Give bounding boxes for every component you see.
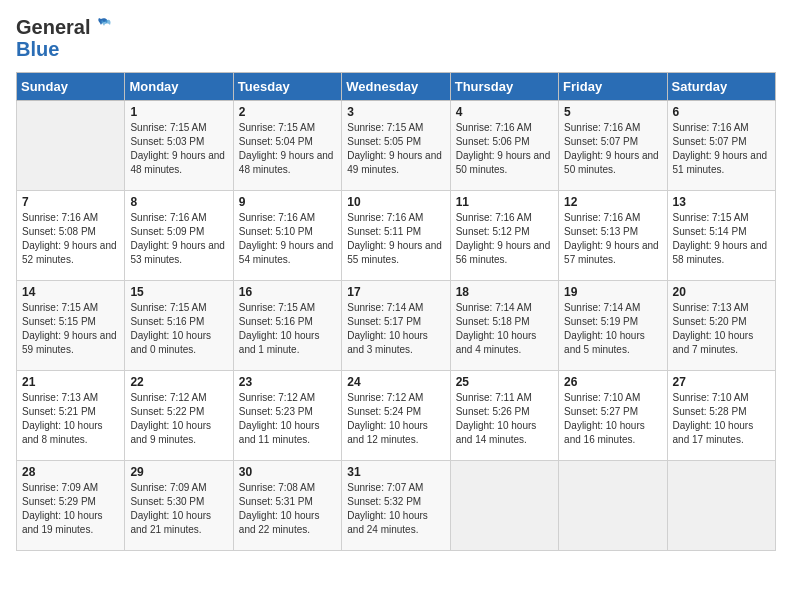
day-number: 25 (456, 375, 553, 389)
calendar-cell: 4Sunrise: 7:16 AMSunset: 5:06 PMDaylight… (450, 101, 558, 191)
calendar-cell: 7Sunrise: 7:16 AMSunset: 5:08 PMDaylight… (17, 191, 125, 281)
calendar-cell: 27Sunrise: 7:10 AMSunset: 5:28 PMDayligh… (667, 371, 775, 461)
day-number: 16 (239, 285, 336, 299)
day-number: 28 (22, 465, 119, 479)
calendar-table: Sunday Monday Tuesday Wednesday Thursday… (16, 72, 776, 551)
cell-sun-info: Sunrise: 7:16 AMSunset: 5:08 PMDaylight:… (22, 211, 119, 267)
calendar-cell: 1Sunrise: 7:15 AMSunset: 5:03 PMDaylight… (125, 101, 233, 191)
logo-blue-text: Blue (16, 38, 59, 60)
cell-sun-info: Sunrise: 7:16 AMSunset: 5:10 PMDaylight:… (239, 211, 336, 267)
cell-sun-info: Sunrise: 7:16 AMSunset: 5:11 PMDaylight:… (347, 211, 444, 267)
cell-sun-info: Sunrise: 7:16 AMSunset: 5:09 PMDaylight:… (130, 211, 227, 267)
day-number: 3 (347, 105, 444, 119)
calendar-cell: 13Sunrise: 7:15 AMSunset: 5:14 PMDayligh… (667, 191, 775, 281)
cell-sun-info: Sunrise: 7:14 AMSunset: 5:18 PMDaylight:… (456, 301, 553, 357)
day-number: 17 (347, 285, 444, 299)
calendar-week-3: 14Sunrise: 7:15 AMSunset: 5:15 PMDayligh… (17, 281, 776, 371)
day-number: 14 (22, 285, 119, 299)
calendar-cell: 20Sunrise: 7:13 AMSunset: 5:20 PMDayligh… (667, 281, 775, 371)
header-wednesday: Wednesday (342, 73, 450, 101)
cell-sun-info: Sunrise: 7:09 AMSunset: 5:29 PMDaylight:… (22, 481, 119, 537)
day-number: 22 (130, 375, 227, 389)
day-number: 24 (347, 375, 444, 389)
cell-sun-info: Sunrise: 7:15 AMSunset: 5:15 PMDaylight:… (22, 301, 119, 357)
day-number: 1 (130, 105, 227, 119)
day-number: 20 (673, 285, 770, 299)
cell-sun-info: Sunrise: 7:16 AMSunset: 5:07 PMDaylight:… (673, 121, 770, 177)
day-number: 11 (456, 195, 553, 209)
cell-sun-info: Sunrise: 7:08 AMSunset: 5:31 PMDaylight:… (239, 481, 336, 537)
calendar-cell: 16Sunrise: 7:15 AMSunset: 5:16 PMDayligh… (233, 281, 341, 371)
cell-sun-info: Sunrise: 7:12 AMSunset: 5:23 PMDaylight:… (239, 391, 336, 447)
day-number: 30 (239, 465, 336, 479)
cell-sun-info: Sunrise: 7:15 AMSunset: 5:03 PMDaylight:… (130, 121, 227, 177)
day-number: 31 (347, 465, 444, 479)
header-thursday: Thursday (450, 73, 558, 101)
cell-sun-info: Sunrise: 7:07 AMSunset: 5:32 PMDaylight:… (347, 481, 444, 537)
calendar-cell (450, 461, 558, 551)
calendar-cell: 2Sunrise: 7:15 AMSunset: 5:04 PMDaylight… (233, 101, 341, 191)
day-number: 26 (564, 375, 661, 389)
header-tuesday: Tuesday (233, 73, 341, 101)
cell-sun-info: Sunrise: 7:16 AMSunset: 5:13 PMDaylight:… (564, 211, 661, 267)
cell-sun-info: Sunrise: 7:09 AMSunset: 5:30 PMDaylight:… (130, 481, 227, 537)
day-number: 7 (22, 195, 119, 209)
cell-sun-info: Sunrise: 7:16 AMSunset: 5:12 PMDaylight:… (456, 211, 553, 267)
cell-sun-info: Sunrise: 7:14 AMSunset: 5:19 PMDaylight:… (564, 301, 661, 357)
calendar-cell: 19Sunrise: 7:14 AMSunset: 5:19 PMDayligh… (559, 281, 667, 371)
page-header: General Blue (16, 16, 776, 60)
cell-sun-info: Sunrise: 7:13 AMSunset: 5:20 PMDaylight:… (673, 301, 770, 357)
calendar-cell: 24Sunrise: 7:12 AMSunset: 5:24 PMDayligh… (342, 371, 450, 461)
cell-sun-info: Sunrise: 7:13 AMSunset: 5:21 PMDaylight:… (22, 391, 119, 447)
day-number: 21 (22, 375, 119, 389)
calendar-cell: 12Sunrise: 7:16 AMSunset: 5:13 PMDayligh… (559, 191, 667, 281)
day-number: 9 (239, 195, 336, 209)
logo: General Blue (16, 16, 112, 60)
calendar-cell: 11Sunrise: 7:16 AMSunset: 5:12 PMDayligh… (450, 191, 558, 281)
calendar-cell: 18Sunrise: 7:14 AMSunset: 5:18 PMDayligh… (450, 281, 558, 371)
calendar-cell: 26Sunrise: 7:10 AMSunset: 5:27 PMDayligh… (559, 371, 667, 461)
day-number: 15 (130, 285, 227, 299)
calendar-cell: 17Sunrise: 7:14 AMSunset: 5:17 PMDayligh… (342, 281, 450, 371)
day-number: 18 (456, 285, 553, 299)
calendar-cell (17, 101, 125, 191)
calendar-cell: 3Sunrise: 7:15 AMSunset: 5:05 PMDaylight… (342, 101, 450, 191)
calendar-cell (667, 461, 775, 551)
calendar-cell: 15Sunrise: 7:15 AMSunset: 5:16 PMDayligh… (125, 281, 233, 371)
cell-sun-info: Sunrise: 7:11 AMSunset: 5:26 PMDaylight:… (456, 391, 553, 447)
calendar-week-5: 28Sunrise: 7:09 AMSunset: 5:29 PMDayligh… (17, 461, 776, 551)
header-monday: Monday (125, 73, 233, 101)
cell-sun-info: Sunrise: 7:15 AMSunset: 5:04 PMDaylight:… (239, 121, 336, 177)
cell-sun-info: Sunrise: 7:12 AMSunset: 5:24 PMDaylight:… (347, 391, 444, 447)
calendar-cell (559, 461, 667, 551)
day-number: 8 (130, 195, 227, 209)
calendar-cell: 29Sunrise: 7:09 AMSunset: 5:30 PMDayligh… (125, 461, 233, 551)
calendar-cell: 30Sunrise: 7:08 AMSunset: 5:31 PMDayligh… (233, 461, 341, 551)
day-number: 27 (673, 375, 770, 389)
cell-sun-info: Sunrise: 7:16 AMSunset: 5:07 PMDaylight:… (564, 121, 661, 177)
cell-sun-info: Sunrise: 7:15 AMSunset: 5:05 PMDaylight:… (347, 121, 444, 177)
header-saturday: Saturday (667, 73, 775, 101)
calendar-cell: 23Sunrise: 7:12 AMSunset: 5:23 PMDayligh… (233, 371, 341, 461)
day-number: 6 (673, 105, 770, 119)
logo-bird-icon (90, 16, 112, 38)
calendar-week-1: 1Sunrise: 7:15 AMSunset: 5:03 PMDaylight… (17, 101, 776, 191)
day-number: 2 (239, 105, 336, 119)
day-number: 29 (130, 465, 227, 479)
cell-sun-info: Sunrise: 7:15 AMSunset: 5:14 PMDaylight:… (673, 211, 770, 267)
cell-sun-info: Sunrise: 7:16 AMSunset: 5:06 PMDaylight:… (456, 121, 553, 177)
weekday-header-row: Sunday Monday Tuesday Wednesday Thursday… (17, 73, 776, 101)
calendar-week-4: 21Sunrise: 7:13 AMSunset: 5:21 PMDayligh… (17, 371, 776, 461)
cell-sun-info: Sunrise: 7:10 AMSunset: 5:28 PMDaylight:… (673, 391, 770, 447)
calendar-cell: 22Sunrise: 7:12 AMSunset: 5:22 PMDayligh… (125, 371, 233, 461)
day-number: 5 (564, 105, 661, 119)
day-number: 10 (347, 195, 444, 209)
calendar-cell: 8Sunrise: 7:16 AMSunset: 5:09 PMDaylight… (125, 191, 233, 281)
header-sunday: Sunday (17, 73, 125, 101)
calendar-cell: 31Sunrise: 7:07 AMSunset: 5:32 PMDayligh… (342, 461, 450, 551)
calendar-cell: 25Sunrise: 7:11 AMSunset: 5:26 PMDayligh… (450, 371, 558, 461)
day-number: 19 (564, 285, 661, 299)
calendar-cell: 21Sunrise: 7:13 AMSunset: 5:21 PMDayligh… (17, 371, 125, 461)
calendar-cell: 5Sunrise: 7:16 AMSunset: 5:07 PMDaylight… (559, 101, 667, 191)
cell-sun-info: Sunrise: 7:12 AMSunset: 5:22 PMDaylight:… (130, 391, 227, 447)
